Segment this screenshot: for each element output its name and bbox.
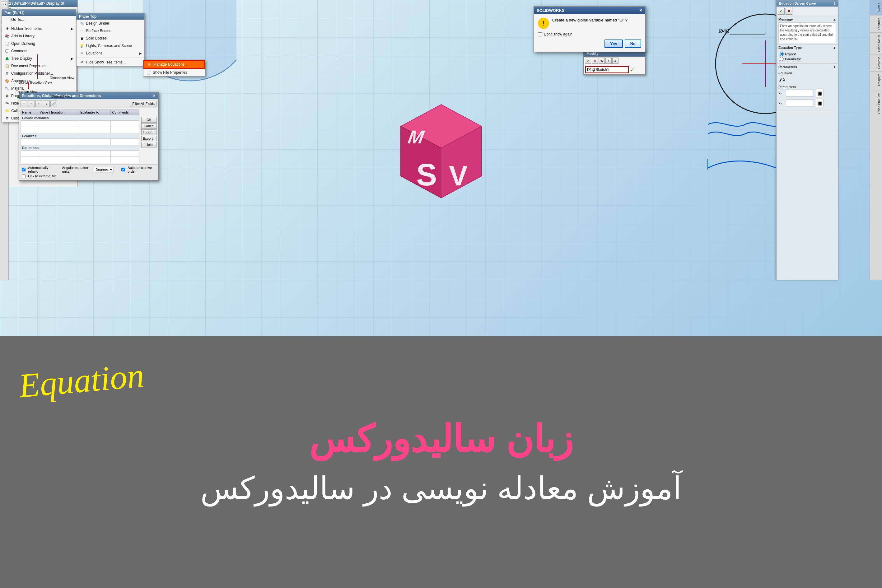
menu-material[interactable]: 🔧 Material	[2, 85, 76, 92]
eq-export-btn[interactable]: ↑	[36, 100, 42, 107]
vtab-sketch[interactable]: Sketch	[870, 0, 882, 15]
auto-solve-checkbox[interactable]	[122, 168, 125, 171]
vtab-dimxpert[interactable]: DimXpert	[870, 72, 882, 90]
comment-icon: 💬	[4, 48, 10, 54]
dont-show-checkbox[interactable]	[538, 32, 542, 36]
submenu-hide-show-tree[interactable]: 👁 Hide/Show Tree Items...	[76, 58, 144, 66]
modify-options-btn[interactable]: ≡	[612, 57, 618, 64]
arrow-equations: ▶	[140, 52, 142, 55]
menu-comment[interactable]: 💬 Comment	[2, 47, 76, 55]
customize-icon: ⚙	[4, 116, 10, 121]
submenu-surface-bodies[interactable]: ◻ Surface Bodies	[76, 27, 144, 34]
vtab-evaluate[interactable]: Evaluate	[870, 54, 882, 72]
eq-side-buttons: OK Cancel Import... Export... Help	[141, 117, 157, 147]
global-var-row-2	[21, 127, 140, 133]
yes-button[interactable]: Yes	[604, 39, 622, 48]
collapse-params-btn[interactable]: ▲	[833, 65, 836, 69]
collapse-type-btn[interactable]: ▲	[833, 46, 836, 50]
menu-hidden-tree[interactable]: 👁 Hidden Tree Items ▶	[2, 25, 76, 32]
col-name: Name	[21, 110, 38, 115]
x2-input-row: x₂ ▣	[778, 99, 836, 107]
auto-rebuild-checkbox[interactable]	[22, 168, 26, 171]
explicit-radio-item[interactable]: Explicit	[780, 52, 835, 56]
x2-box-btn[interactable]: ▣	[815, 99, 824, 107]
x2-input[interactable]	[786, 99, 814, 106]
collapse-message-btn[interactable]: ▲	[833, 17, 836, 21]
eq-curve-cancel-btn[interactable]: ✕	[786, 8, 792, 15]
filter-all-fields-btn[interactable]: Filter All Fields	[130, 101, 157, 106]
eq-link-btn[interactable]: 🔗	[50, 100, 57, 107]
modify-ok-btn[interactable]: ✓	[585, 57, 591, 64]
hidden-tree-icon: 👁	[4, 26, 10, 32]
eq-delete-btn[interactable]: −	[28, 100, 35, 107]
dialog-message: Create a new global variable named "O" ?	[552, 18, 627, 22]
menu-tree-display[interactable]: 🌲 Tree Display ▶	[2, 55, 76, 62]
eq-help-btn[interactable]: Help	[141, 142, 157, 147]
angular-label: Angular equation units:	[62, 166, 92, 173]
submenu-part-header: Plane Top "	[76, 14, 144, 20]
eq-ok-btn[interactable]: OK	[141, 117, 157, 123]
menu-show-file-props[interactable]: 📄 Show File Properties	[143, 69, 205, 76]
link-external-label: Link to external file:	[28, 174, 57, 178]
eq-type-radio-group: Explicit Parametric	[778, 51, 836, 62]
subtitle-persian: آموزش معادله نویسی در سالیدورکس	[200, 470, 681, 507]
x1-label: x₁	[778, 91, 784, 95]
submenu-sep	[76, 57, 144, 58]
dont-show-label: Don't show again	[544, 32, 573, 36]
sw-dialog-close-btn[interactable]: ✕	[639, 8, 642, 13]
no-button[interactable]: No	[625, 39, 641, 48]
equations-row-1	[21, 151, 140, 157]
submenu-design-binder[interactable]: 📎 Design Binder	[76, 20, 144, 27]
eq-params-section: Parameters ▲ Equation y x Parameters x₁ …	[777, 64, 838, 110]
modify-add-btn[interactable]: +	[605, 57, 612, 64]
dont-show-row: Don't show again	[538, 32, 641, 36]
surface-bodies-icon: ◻	[79, 28, 85, 34]
modify-input-row: ✓	[584, 65, 645, 74]
eq-curve-close-btn[interactable]: ?	[834, 2, 836, 5]
equations-table: Name Value / Equation Evaluates to Comme…	[21, 110, 140, 163]
eq-export-file-btn[interactable]: Export...	[141, 136, 157, 141]
modify-rebuild-btn[interactable]: ⟲	[598, 57, 605, 64]
warning-icon: !	[538, 18, 549, 29]
vtab-office[interactable]: Office Products	[870, 90, 882, 116]
x1-input-row: x₁ ▣	[778, 88, 836, 98]
eq-type-section: Equation Type ▲ Explicit Parametric	[777, 45, 838, 64]
toolbar-btn-1[interactable]: ↩	[1, 1, 8, 8]
letter-v: V	[449, 160, 468, 191]
eq-curve-message-header: Message ▲	[778, 17, 836, 21]
eq-curve-ok-btn[interactable]: ✓	[778, 8, 784, 15]
link-external-checkbox[interactable]	[22, 174, 26, 178]
menu-doc-props[interactable]: 📋 Document Properties...	[2, 62, 76, 70]
dialog-message-row: ! Create a new global variable named "O"…	[538, 18, 641, 29]
x1-input[interactable]	[786, 90, 814, 96]
modify-confirm-btn[interactable]: ✓	[630, 67, 634, 73]
menu-goto[interactable]: Go To...	[2, 16, 76, 23]
eq-label: Equation	[778, 71, 792, 75]
angular-units-select[interactable]: Degrees	[94, 167, 114, 172]
equations-dialog-close[interactable]: ✕	[153, 94, 156, 98]
explicit-radio[interactable]	[780, 52, 784, 56]
parametric-radio-item[interactable]: Parametric	[780, 57, 835, 61]
menu-add-library[interactable]: 📚 Add to Library	[2, 32, 76, 40]
eq-import-btn[interactable]: ↓	[43, 100, 50, 107]
modify-cancel-btn[interactable]: ✕	[592, 57, 598, 64]
menu-sep-1	[2, 24, 76, 24]
parametric-radio[interactable]	[780, 57, 784, 61]
logo-cube: S V M	[366, 86, 516, 235]
site-title-persian: زبان سالیدورکس	[309, 417, 573, 461]
eq-cancel-btn[interactable]: Cancel	[141, 123, 157, 129]
submenu-lights-cameras[interactable]: 💡 Lights, Cameras and Scene	[76, 42, 144, 50]
vtab-sheet-metal[interactable]: Sheet Metal	[870, 32, 882, 54]
eq-type-header: Equation Type ▲	[778, 46, 836, 50]
menu-manage-equations[interactable]: ⚙ Manage Equations...	[143, 60, 205, 69]
modify-value-input[interactable]	[585, 66, 629, 73]
menu-open-drawing[interactable]: 📄 Open Drawing	[2, 40, 76, 47]
submenu-solid-bodies[interactable]: ◼ Solid Bodies	[76, 34, 144, 42]
solidworks-dialog: SOLIDWORKS ✕ ! Create a new global varia…	[534, 6, 645, 52]
submenu-equations[interactable]: = Equations ▶	[76, 50, 144, 57]
eq-import-file-btn[interactable]: Import...	[141, 129, 157, 135]
eq-add-btn[interactable]: +	[21, 100, 27, 107]
auto-solve-label: Automatic solve order	[128, 166, 156, 173]
x1-box-btn[interactable]: ▣	[815, 88, 824, 98]
vtab-features[interactable]: Features	[870, 15, 882, 32]
